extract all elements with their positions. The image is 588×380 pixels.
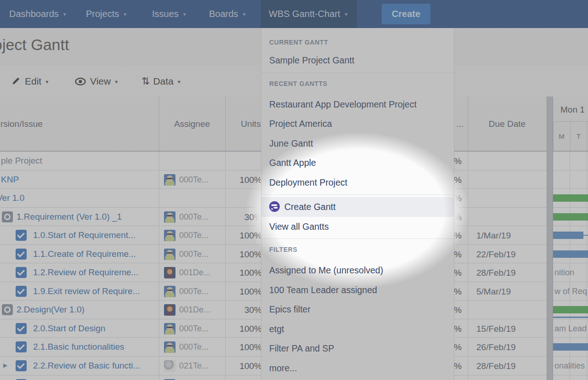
menu-item-label: Create Gantt: [284, 202, 336, 212]
chevron-down-icon: ▾: [63, 11, 66, 17]
nav-item-dashboards[interactable]: Dashboards▾: [9, 0, 66, 28]
gantt-bar-summary[interactable]: [553, 306, 588, 313]
nav-item-wbs-gantt-chart[interactable]: WBS Gantt-Chart▾: [261, 0, 357, 28]
issue-link[interactable]: 1.Requirement (Ver 1.0) _1: [17, 212, 122, 222]
due-date: 28/Feb/19: [476, 361, 516, 371]
menu-section-current-gantt: CURRENT GANTT: [261, 34, 454, 51]
edit-label: Edit: [25, 76, 41, 86]
menu-item-epics-filter[interactable]: Epics filter: [261, 300, 454, 319]
nav-item-issues[interactable]: Issues▾: [152, 0, 186, 28]
due-date: 15/Feb/19: [476, 324, 516, 334]
gantt-week-header: Mon 1: [553, 98, 588, 122]
assignee-name: 001De...: [179, 305, 210, 315]
data-menu-button[interactable]: ⇅Data▾: [141, 66, 181, 96]
checkbox-checked-icon: [16, 249, 27, 260]
gantt-bar-label: w of Req: [554, 287, 587, 296]
due-date: 22/Feb/19: [476, 250, 516, 260]
units-value: 100%: [216, 324, 262, 334]
units-value: 100%: [216, 342, 262, 352]
issue-link[interactable]: 1.1.Create of Requireme...: [33, 249, 136, 259]
menu-item-restaurant-app[interactable]: Restaurant App Development Project: [261, 95, 454, 114]
assignee-name: 000Te...: [179, 250, 209, 259]
gantt-bar-summary[interactable]: [553, 194, 588, 202]
issue-link[interactable]: KNP: [1, 175, 19, 185]
avatar: [164, 286, 175, 297]
issue-link[interactable]: 2.0.Start of Design: [33, 323, 105, 334]
epic-icon: [2, 304, 13, 315]
view-label: View: [90, 76, 111, 86]
avatar: [164, 267, 175, 278]
nav-item-projects[interactable]: Projects▾: [86, 0, 126, 28]
gantt-bar-task[interactable]: [553, 250, 588, 258]
gantt-connector-line: [583, 235, 588, 236]
percent-value: %: [454, 250, 462, 260]
column-header-version-issue[interactable]: rsion/Issue: [0, 119, 43, 129]
issue-link[interactable]: 1.2.Review of Requireme...: [33, 267, 138, 278]
issue-link[interactable]: 2.1.Basic functionalities: [33, 342, 124, 352]
gantt-day-header-monday: M: [553, 122, 570, 151]
menu-item-project-america[interactable]: Project America: [261, 114, 454, 134]
chevron-down-icon: ▾: [115, 79, 118, 85]
chevron-right-icon[interactable]: ▶: [3, 362, 7, 369]
chevron-down-icon: ▾: [345, 11, 348, 17]
issue-link[interactable]: 1.9.Exit review of Require...: [33, 286, 140, 296]
avatar: [164, 304, 175, 316]
assignee-name: 001De...: [179, 268, 210, 278]
wbs-gantt-dropdown-menu: CURRENT GANTT Sample Project Gantt RECEN…: [261, 28, 454, 380]
chevron-down-icon: ▾: [45, 79, 48, 85]
assignee-name: 021Te...: [179, 361, 209, 371]
units-value: 100%: [216, 250, 262, 260]
issue-link[interactable]: 1.0.Start of Requirement...: [33, 230, 136, 240]
menu-item-gantt-apple[interactable]: Gantt Apple: [261, 153, 454, 173]
units-value: 100%: [216, 287, 262, 297]
menu-item-sample-project-gantt[interactable]: Sample Project Gantt: [261, 51, 454, 70]
assignee-name: 000Te...: [179, 212, 209, 222]
menu-divider: [261, 194, 454, 195]
menu-divider: [261, 238, 454, 239]
gantt-bar-task[interactable]: [553, 343, 588, 351]
issue-link[interactable]: 2.Design(Ver 1.0): [17, 305, 85, 315]
menu-item-june-gantt[interactable]: June Gantt: [261, 134, 454, 153]
issue-link[interactable]: 2.2.Review of Basic functi...: [33, 361, 140, 371]
menu-item-view-all-gantts[interactable]: View all Gantts: [261, 217, 454, 237]
checkbox-checked-icon: [16, 267, 27, 278]
page-title: oject Gantt: [0, 36, 69, 54]
menu-item-more[interactable]: more...: [261, 358, 454, 378]
due-date: 28/Feb/19: [476, 268, 516, 278]
menu-item-deployment-project[interactable]: Deployment Project: [261, 173, 454, 193]
gantt-bar-label: onalities: [554, 361, 585, 371]
grid-gantt-splitter[interactable]: [547, 96, 553, 380]
menu-item-etgt[interactable]: etgt: [261, 319, 454, 339]
menu-divider: [261, 73, 454, 73]
gantt-bar-summary[interactable]: [553, 213, 588, 221]
view-menu-button[interactable]: View▾: [75, 66, 118, 96]
menu-item-filter-pa-and-sp[interactable]: Filter PA and SP: [261, 339, 454, 358]
nav-item-boards[interactable]: Boards▾: [209, 0, 245, 28]
column-header-assignee[interactable]: Assignee: [159, 119, 225, 129]
edit-menu-button[interactable]: Edit▾: [11, 66, 48, 96]
column-header-truncated[interactable]: ...: [452, 119, 468, 129]
menu-item-create-gantt[interactable]: Create Gantt: [261, 197, 454, 217]
column-header-due-date[interactable]: Due Date: [468, 119, 547, 129]
avatar: [164, 211, 175, 223]
version-link[interactable]: Ver 1.0: [0, 193, 24, 203]
units-value: 100%: [216, 268, 262, 278]
chevron-down-icon: ▾: [124, 11, 126, 17]
avatar: [164, 230, 175, 241]
avatar: [164, 249, 175, 260]
gantt-bar-label: nition: [554, 268, 574, 278]
percent-value: %: [454, 287, 462, 297]
gantt-bar-task[interactable]: [553, 232, 583, 239]
percent-value: %: [454, 268, 462, 278]
menu-item-assigned-to-me[interactable]: Assigned to Me (unresolved): [261, 261, 454, 280]
menu-item-100-team-leader[interactable]: 100 Team Leader assigned: [261, 280, 454, 300]
avatar: [164, 174, 175, 186]
gantt-connector-line: [553, 317, 588, 318]
create-button[interactable]: Create: [382, 4, 430, 24]
checkbox-checked-icon: [16, 341, 27, 352]
app-window: Dashboards▾ Projects▾ Issues▾ Boards▾ WB…: [0, 0, 588, 380]
units-value: 100%: [216, 361, 262, 371]
chevron-down-icon: ▾: [183, 11, 186, 17]
assignee-name: 000Te...: [179, 231, 209, 240]
nav-item-label: Projects: [86, 9, 119, 19]
